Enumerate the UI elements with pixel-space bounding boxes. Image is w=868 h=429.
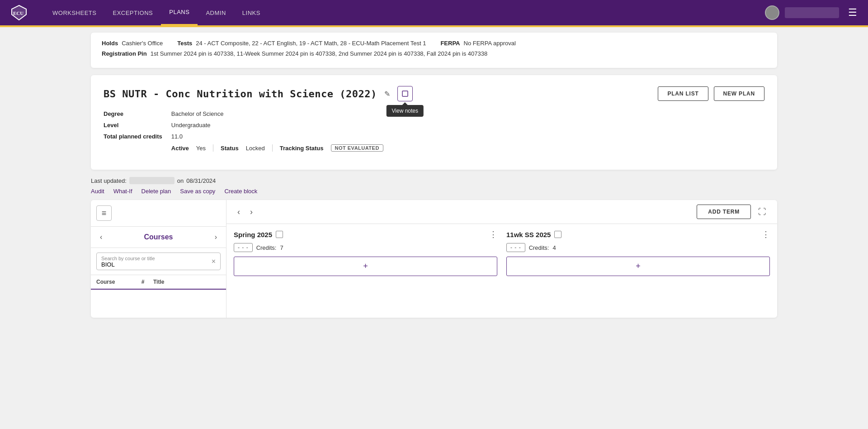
delete-plan-link[interactable]: Delete plan	[142, 188, 171, 195]
nav-plans[interactable]: PLANS	[161, 0, 198, 25]
hamburger-button[interactable]: ≡	[96, 205, 112, 221]
save-as-copy-link[interactable]: Save as copy	[180, 188, 215, 195]
prev-term-button[interactable]: ‹	[234, 205, 244, 219]
term-11wk-ss-2025-header: 11wk SS 2025 ⋮	[506, 229, 770, 239]
term-spring-2025-header: Spring 2025 ⋮	[234, 229, 497, 239]
hamburger-icon: ≡	[102, 209, 107, 217]
term-spring-2025: Spring 2025 ⋮ - - - Credits: 7 +	[234, 229, 497, 312]
planner-area: ≡ ‹ Courses › Search by course or title …	[91, 200, 777, 318]
plan-footer: Last updated: on 08/31/2024 Audit What-I…	[91, 177, 777, 195]
degree-value: Bachelor of Science	[171, 110, 764, 117]
edit-pencil-icon[interactable]: ✎	[382, 88, 392, 100]
active-label: Active	[171, 145, 189, 152]
notes-icon	[401, 90, 409, 97]
term-11wk-ss-2025-credits-value: 4	[552, 244, 556, 251]
add-course-spring-2025-icon: +	[363, 262, 368, 271]
holds-label: Holds	[102, 40, 118, 47]
add-course-11wk-ss-2025-icon: +	[636, 262, 641, 271]
holds-value: Cashier's Office	[122, 40, 163, 47]
plan-title-row: BS NUTR - Conc Nutrition with Science (2…	[104, 86, 413, 101]
term-spring-2025-checkbox[interactable]	[276, 231, 283, 238]
term-nav-arrows: ‹ ›	[234, 205, 256, 219]
plan-card: BS NUTR - Conc Nutrition with Science (2…	[91, 75, 777, 170]
planner-toolbar-right: ADD TERM ⛶	[697, 205, 770, 219]
term-spring-2025-menu-button[interactable]: ⋮	[489, 229, 497, 239]
nav-exceptions[interactable]: EXCEPTIONS	[104, 0, 161, 25]
nav-right: ☰	[765, 5, 861, 20]
col-title-header: Title	[153, 279, 221, 285]
courses-next-btn[interactable]: ›	[212, 232, 220, 242]
info-card: Holds Cashier's Office Tests 24 - ACT Co…	[91, 33, 777, 68]
page-content: Holds Cashier's Office Tests 24 - ACT Co…	[84, 27, 784, 323]
degree-label: Degree	[104, 110, 162, 117]
last-updated-user	[129, 177, 175, 184]
add-term-button[interactable]: ADD TERM	[697, 205, 751, 219]
last-updated-label: Last updated:	[91, 177, 127, 184]
nav-admin[interactable]: ADMIN	[198, 0, 234, 25]
create-block-link[interactable]: Create block	[224, 188, 257, 195]
planner-main: ‹ › ADD TERM ⛶ Spring 2025 ⋮	[226, 200, 777, 318]
term-11wk-ss-2025: 11wk SS 2025 ⋮ - - - Credits: 4 +	[506, 229, 770, 312]
add-course-spring-2025-button[interactable]: +	[234, 257, 497, 276]
add-course-11wk-ss-2025-button[interactable]: +	[506, 257, 770, 276]
avatar	[765, 5, 779, 20]
expand-button[interactable]: ⛶	[755, 205, 770, 219]
nav-worksheets[interactable]: WORKSHEETS	[44, 0, 104, 25]
term-spring-2025-credits-box: - - -	[234, 243, 253, 252]
plan-header: BS NUTR - Conc Nutrition with Science (2…	[104, 86, 764, 101]
last-updated-on: on	[177, 177, 184, 184]
status-inline-row: Active Yes Status Locked Tracking Status…	[171, 144, 764, 152]
ferpa-value: No FERPA approval	[464, 40, 516, 47]
term-spring-2025-credits-label: Credits:	[256, 244, 277, 251]
ecu-logo[interactable]: ECU	[7, 3, 33, 23]
plan-list-button[interactable]: PLAN LIST	[658, 86, 708, 101]
plan-actions: Audit What-If Delete plan Save as copy C…	[91, 188, 777, 195]
hamburger-menu-icon[interactable]: ☰	[844, 5, 861, 20]
divider	[213, 144, 213, 152]
term-11wk-ss-2025-checkbox[interactable]	[554, 231, 561, 238]
term-11wk-ss-2025-credits-label: Credits:	[529, 244, 549, 251]
terms-row: Spring 2025 ⋮ - - - Credits: 7 +	[226, 224, 777, 318]
holds-row: Holds Cashier's Office Tests 24 - ACT Co…	[102, 40, 766, 47]
svg-text:ECU: ECU	[13, 10, 24, 16]
courses-header: ‹ Courses ›	[91, 227, 226, 248]
credits-value: 11.0	[171, 133, 764, 140]
term-spring-2025-credits-value: 7	[280, 244, 283, 251]
plan-buttons: PLAN LIST NEW PLAN	[658, 86, 764, 101]
search-clear-button[interactable]: ×	[211, 257, 217, 266]
courses-prev-btn[interactable]: ‹	[97, 232, 105, 242]
search-field-wrapper: Search by course or title	[97, 253, 220, 270]
plan-title: BS NUTR - Conc Nutrition with Science (2…	[104, 88, 377, 100]
term-11wk-ss-2025-credits-box: - - -	[506, 243, 525, 252]
divider2	[272, 144, 273, 152]
view-notes-button[interactable]	[397, 86, 413, 101]
tracking-label: Tracking Status	[280, 145, 324, 152]
plan-meta: Degree Bachelor of Science Level Undergr…	[104, 110, 764, 152]
reg-pin-label: Registration Pin	[102, 50, 147, 57]
nav-links-item[interactable]: LINKS	[234, 0, 269, 25]
term-11wk-ss-2025-title: 11wk SS 2025	[506, 231, 551, 238]
nav-username	[785, 7, 839, 18]
level-label: Level	[104, 122, 162, 129]
term-spring-2025-title: Spring 2025	[234, 231, 272, 238]
top-navigation: ECU WORKSHEETS EXCEPTIONS PLANS ADMIN LI…	[0, 0, 868, 25]
whatif-link[interactable]: What-If	[113, 188, 132, 195]
search-input[interactable]	[97, 253, 220, 270]
planner-toolbar: ‹ › ADD TERM ⛶	[226, 200, 777, 224]
audit-link[interactable]: Audit	[91, 188, 104, 195]
view-notes-container: View notes	[397, 86, 413, 101]
tracking-status-badge: NOT EVALUATED	[331, 144, 383, 152]
term-spring-2025-credits: - - - Credits: 7	[234, 243, 497, 252]
courses-title: Courses	[144, 233, 173, 241]
search-container: Search by course or title ×	[91, 248, 226, 275]
next-term-button[interactable]: ›	[246, 205, 256, 219]
search-input-wrapper: Search by course or title ×	[96, 253, 221, 270]
ecu-shield-icon: ECU	[11, 5, 27, 21]
svg-rect-3	[402, 91, 408, 96]
sidebar-top: ≡	[91, 200, 226, 227]
term-11wk-ss-2025-menu-button[interactable]: ⋮	[762, 229, 770, 239]
new-plan-button[interactable]: NEW PLAN	[714, 86, 764, 101]
reg-pin-value: 1st Summer 2024 pin is 407338, 11-Week S…	[151, 50, 488, 57]
status-value: Locked	[246, 145, 265, 152]
status-label: Status	[221, 145, 239, 152]
